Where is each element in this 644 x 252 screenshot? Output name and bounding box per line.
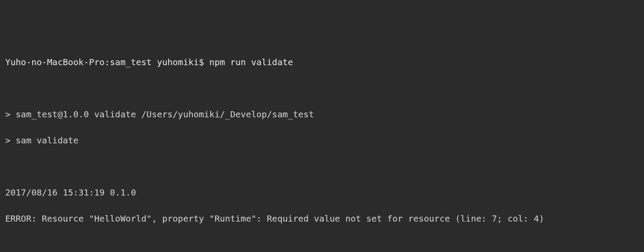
npm-script-command: > sam validate — [5, 134, 639, 147]
terminal-prompt-line: Yuho-no-MacBook-Pro:sam_test yuhomiki$ n… — [5, 56, 639, 69]
blank-line — [5, 160, 639, 173]
npm-script-header: > sam_test@1.0.0 validate /Users/yuhomik… — [5, 108, 639, 121]
error-message-line: ERROR: Resource "HelloWorld", property "… — [5, 212, 639, 225]
timestamp-line: 2017/08/16 15:31:19 0.1.0 — [5, 186, 639, 199]
blank-line — [5, 82, 639, 95]
